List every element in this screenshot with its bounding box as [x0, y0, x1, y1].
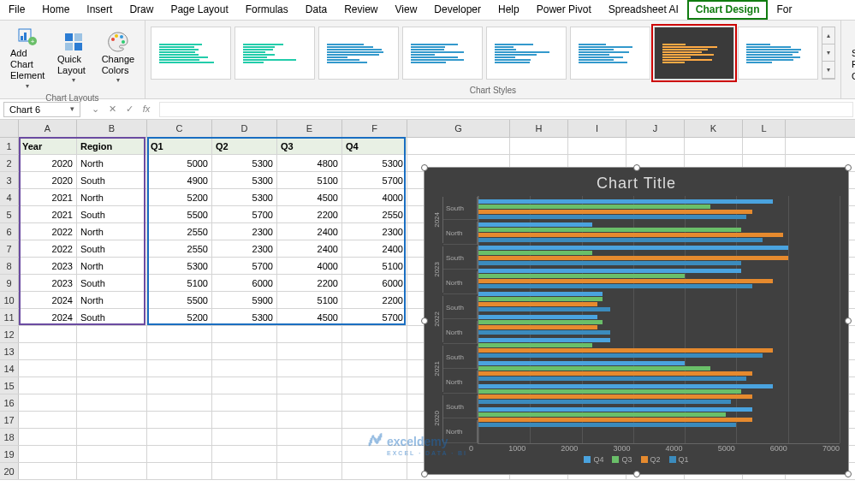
cell[interactable]: [77, 429, 147, 445]
quick-layout-button[interactable]: Quick Layout ▾: [52, 28, 95, 86]
cell[interactable]: South: [77, 240, 147, 257]
cell[interactable]: Region: [77, 138, 147, 154]
chart-style-thumb-6[interactable]: [570, 27, 650, 80]
cell[interactable]: [212, 326, 277, 342]
cell[interactable]: [407, 138, 510, 154]
resize-handle[interactable]: [633, 471, 640, 477]
formula-input[interactable]: [159, 102, 853, 117]
cell[interactable]: 2200: [342, 292, 407, 308]
cell[interactable]: [342, 343, 407, 359]
bar-Q1[interactable]: [478, 353, 763, 358]
cell[interactable]: [19, 377, 77, 394]
bar-Q1[interactable]: [478, 261, 741, 265]
bar-Q3[interactable]: [478, 297, 603, 301]
cell[interactable]: [212, 343, 277, 359]
bar-Q2[interactable]: [478, 418, 752, 422]
cell[interactable]: [147, 394, 212, 411]
cell[interactable]: 5500: [147, 292, 212, 308]
col-header-J[interactable]: J: [626, 120, 685, 137]
cell[interactable]: 5200: [147, 309, 212, 325]
bar-Q2[interactable]: [478, 348, 773, 353]
cell[interactable]: 2024: [19, 292, 77, 308]
cell[interactable]: 5300: [212, 309, 277, 325]
resize-handle[interactable]: [845, 317, 852, 324]
cell[interactable]: [77, 412, 147, 428]
resize-handle[interactable]: [845, 471, 852, 477]
col-header-C[interactable]: C: [147, 120, 212, 137]
chevron-down-icon[interactable]: ⌄: [87, 104, 103, 115]
bar-Q4[interactable]: [478, 407, 752, 412]
cell[interactable]: 4000: [277, 258, 342, 274]
col-header-L[interactable]: L: [743, 120, 786, 137]
bar-Q3[interactable]: [478, 205, 710, 209]
cell[interactable]: 2300: [212, 223, 277, 240]
cell[interactable]: [212, 360, 277, 377]
row-header-20[interactable]: 20: [0, 463, 19, 479]
cell[interactable]: South: [77, 309, 147, 325]
col-header-F[interactable]: F: [342, 120, 407, 137]
cell[interactable]: Q3: [277, 138, 342, 154]
cell[interactable]: 4500: [277, 189, 342, 205]
cell[interactable]: [212, 412, 277, 428]
cell[interactable]: [277, 463, 342, 479]
cell[interactable]: [342, 446, 407, 462]
cell[interactable]: 5100: [147, 275, 212, 291]
bar-Q1[interactable]: [478, 307, 610, 311]
cell[interactable]: [212, 463, 277, 479]
cell[interactable]: 2200: [277, 275, 342, 291]
legend-item-Q4[interactable]: Q4: [584, 455, 603, 464]
cell[interactable]: [77, 326, 147, 342]
menu-spreadsheet-ai[interactable]: Spreadsheet AI: [600, 0, 687, 20]
menu-power-pivot[interactable]: Power Pivot: [528, 0, 600, 20]
cell[interactable]: [77, 377, 147, 394]
cell[interactable]: [147, 343, 212, 359]
cell[interactable]: 2020: [19, 155, 77, 171]
bar-Q4[interactable]: [478, 269, 741, 273]
menu-chart-design[interactable]: Chart Design: [687, 0, 769, 20]
bar-Q2[interactable]: [478, 394, 752, 399]
cell[interactable]: North: [77, 189, 147, 205]
row-header-3[interactable]: 3: [0, 172, 19, 188]
cell[interactable]: Q1: [147, 138, 212, 154]
cell[interactable]: [77, 394, 147, 411]
cell[interactable]: [568, 138, 626, 154]
resize-handle[interactable]: [421, 471, 428, 477]
scroll-arrow-icon[interactable]: ▴: [822, 27, 834, 44]
cell[interactable]: 2550: [342, 206, 407, 222]
col-header-E[interactable]: E: [277, 120, 342, 137]
row-header-16[interactable]: 16: [0, 394, 19, 411]
legend-item-Q3[interactable]: Q3: [612, 455, 632, 464]
row-header-18[interactable]: 18: [0, 429, 19, 445]
row-header-10[interactable]: 10: [0, 292, 19, 308]
cell[interactable]: [147, 326, 212, 342]
cell[interactable]: 2024: [19, 309, 77, 325]
bar-Q3[interactable]: [478, 228, 741, 232]
cell[interactable]: Q2: [212, 138, 277, 154]
cell[interactable]: [277, 412, 342, 428]
cell[interactable]: [147, 412, 212, 428]
bar-Q2[interactable]: [478, 233, 783, 237]
cell[interactable]: North: [77, 258, 147, 274]
cell[interactable]: 2021: [19, 189, 77, 205]
cell[interactable]: 5100: [277, 172, 342, 188]
cell[interactable]: [147, 429, 212, 445]
confirm-icon[interactable]: ✓: [122, 104, 137, 115]
cell[interactable]: 2550: [147, 223, 212, 240]
menu-page-layout[interactable]: Page Layout: [162, 0, 236, 20]
cell[interactable]: 2300: [342, 223, 407, 240]
cell[interactable]: 5300: [212, 155, 277, 171]
cell[interactable]: South: [77, 172, 147, 188]
chart-style-thumb-5[interactable]: [486, 27, 567, 80]
menu-developer[interactable]: Developer: [425, 0, 490, 20]
chart-style-thumb-8[interactable]: [738, 27, 818, 80]
bar-Q4[interactable]: [478, 315, 597, 319]
resize-handle[interactable]: [845, 164, 852, 171]
bar-Q2[interactable]: [478, 371, 752, 376]
cell[interactable]: [19, 429, 77, 445]
cell[interactable]: South: [77, 206, 147, 222]
bar-Q1[interactable]: [478, 377, 746, 381]
resize-handle[interactable]: [633, 164, 640, 171]
chart-style-thumb-1[interactable]: [151, 27, 231, 80]
cell[interactable]: [147, 360, 212, 377]
bar-Q1[interactable]: [478, 284, 752, 288]
